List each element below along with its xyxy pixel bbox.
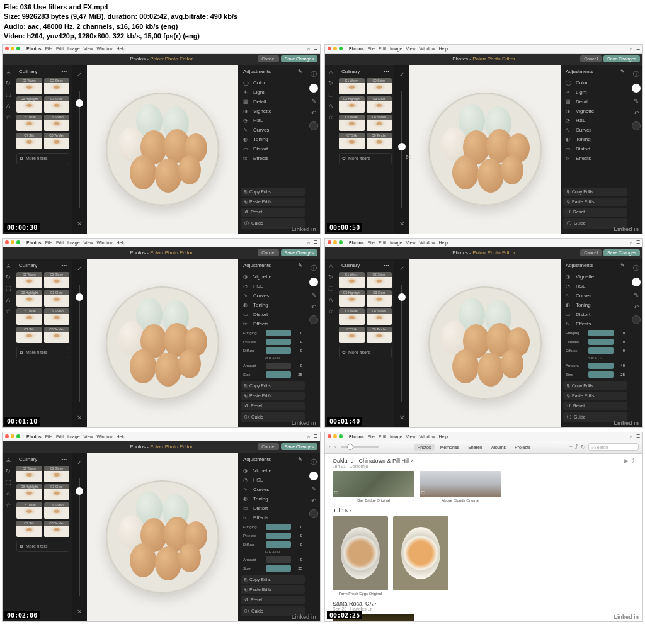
filter-preset[interactable]: C6 Soften — [44, 502, 70, 519]
menu-window[interactable]: Window — [97, 240, 113, 245]
undo-icon[interactable]: ↶ — [634, 303, 639, 310]
more-icon[interactable]: ••• — [62, 263, 67, 268]
intensity-slider[interactable]: ✓ ✕ — [72, 259, 87, 427]
history-icon[interactable]: ↻ — [6, 468, 11, 474]
brush-icon[interactable]: ✎ — [311, 291, 316, 298]
copy-edits-button[interactable]: ⎘Copy Edits — [241, 188, 305, 196]
filter-preset[interactable]: C3 Highlight — [16, 290, 42, 307]
menu-help[interactable]: Help — [439, 47, 448, 51]
fx-slider-diffuse[interactable]: Diffuse0 — [241, 540, 305, 549]
adjustment-detail[interactable]: ▦Detail — [241, 97, 305, 106]
info-icon[interactable]: ⓘ — [633, 264, 639, 273]
filter-category[interactable]: Culinary — [19, 69, 37, 74]
grain-slider-size[interactable]: Size25 — [241, 564, 305, 573]
x-icon[interactable]: ✕ — [399, 220, 404, 227]
white-preview-icon[interactable] — [632, 278, 641, 286]
image-canvas[interactable] — [409, 65, 561, 234]
edit-icon[interactable]: ✎ — [298, 263, 302, 268]
cancel-button[interactable]: Cancel — [258, 443, 279, 450]
filter-preset[interactable]: C8 Tender — [367, 327, 392, 343]
filter-preset[interactable]: C8 Tender — [44, 327, 70, 343]
undo-icon[interactable]: ↶ — [311, 497, 316, 504]
filter-preset[interactable]: C7 Silk — [16, 521, 42, 537]
menu-window[interactable]: Window — [97, 434, 113, 439]
more-filters-button[interactable]: ✿More filters — [339, 347, 392, 358]
slider-handle[interactable] — [76, 99, 83, 107]
menu-help[interactable]: Help — [117, 240, 125, 245]
brush-icon[interactable]: ✎ — [634, 98, 639, 105]
app-menu[interactable]: Photos — [349, 240, 364, 245]
menu-help[interactable]: Help — [439, 434, 448, 439]
menu-view[interactable]: View — [406, 240, 416, 245]
menu-file[interactable]: File — [45, 434, 52, 439]
menu-window[interactable]: Window — [97, 47, 113, 51]
grain-slider-amount[interactable]: Amount0 — [241, 555, 305, 564]
undo-icon[interactable]: ↶ — [311, 110, 316, 116]
paste-edits-button[interactable]: ⎗Paste Edits — [241, 392, 305, 400]
menu-file[interactable]: File — [368, 47, 375, 51]
filter-preset[interactable]: C6 Soften — [44, 115, 70, 131]
adjustment-vignette[interactable]: ◑Vignette — [241, 106, 305, 116]
menu-image[interactable]: Image — [390, 47, 402, 51]
traffic-lights[interactable] — [328, 434, 343, 438]
fx-slider-pixelate[interactable]: Pixelate0 — [563, 337, 627, 346]
cancel-button[interactable]: Cancel — [258, 249, 279, 256]
back-icon[interactable]: ‹ — [329, 444, 331, 450]
share-icon[interactable]: ⤴ — [632, 458, 635, 464]
dark-preview-icon[interactable] — [632, 315, 641, 324]
adjustment-effects[interactable]: fxEffects — [241, 154, 305, 163]
check-icon[interactable]: ✓ — [77, 71, 82, 78]
more-icon[interactable]: ••• — [384, 263, 389, 268]
filter-preset[interactable]: C1 Warm — [16, 78, 42, 94]
photo-item[interactable]: ♡Above Clouds Original — [420, 471, 501, 502]
white-preview-icon[interactable] — [632, 84, 641, 93]
dark-preview-icon[interactable] — [309, 121, 318, 130]
reset-button[interactable]: ↺Reset — [563, 208, 627, 217]
cancel-button[interactable]: Cancel — [580, 249, 602, 256]
adjustment-hsl[interactable]: ◔HSL — [563, 116, 627, 125]
dark-preview-icon[interactable] — [309, 315, 318, 324]
reset-button[interactable]: ↺Reset — [241, 402, 305, 410]
menu-window[interactable]: Window — [420, 240, 435, 245]
filter-category[interactable]: Culinary — [19, 456, 37, 462]
reset-button[interactable]: ↺Reset — [241, 208, 305, 217]
filter-preset[interactable]: C5 Detail — [16, 502, 42, 519]
save-button[interactable]: Save Changes — [603, 249, 640, 256]
adjustment-light[interactable]: ☀Light — [241, 88, 305, 97]
menu-edit[interactable]: Edit — [379, 240, 386, 245]
traffic-lights[interactable] — [5, 434, 20, 438]
section-title[interactable]: Oakland - Chinatown & Pill Hill › — [333, 458, 413, 464]
text-icon[interactable]: A — [329, 103, 333, 109]
adjustment-vignette[interactable]: ◑Vignette — [241, 466, 305, 475]
menu-edit[interactable]: Edit — [56, 240, 64, 245]
cancel-button[interactable]: Cancel — [580, 55, 602, 62]
filter-preset[interactable]: C8 Tender — [44, 521, 70, 537]
grain-slider-amount[interactable]: Amount0 — [241, 361, 305, 370]
adjustment-curves[interactable]: ∿Curves — [241, 125, 305, 135]
adjustment-color[interactable]: ◯Color — [241, 78, 305, 88]
intensity-slider[interactable]: ✓ ✕ — [394, 259, 409, 427]
text-icon[interactable]: A — [329, 297, 333, 303]
tab-projects[interactable]: Projects — [511, 444, 534, 451]
filter-preset[interactable]: C5 Detail — [339, 115, 365, 131]
adjustment-curves[interactable]: ∿Curves — [563, 125, 627, 135]
filter-preset[interactable]: C1 Warm — [339, 272, 365, 288]
adjustment-hsl[interactable]: ◔HSL — [241, 281, 305, 291]
app-menu[interactable]: Photos — [349, 47, 364, 51]
more-icon[interactable]: ••• — [62, 69, 67, 74]
filter-preset[interactable]: C7 Silk — [16, 133, 42, 149]
info-icon[interactable]: ⓘ — [311, 70, 317, 79]
history-icon[interactable]: ↻ — [328, 274, 333, 280]
app-menu[interactable]: Photos — [26, 240, 42, 245]
filter-preset[interactable]: C8 Tender — [44, 133, 70, 149]
forward-icon[interactable]: › — [334, 444, 336, 450]
copy-edits-button[interactable]: ⎘Copy Edits — [563, 188, 627, 196]
crop-icon[interactable]: ⬚ — [6, 479, 11, 485]
paste-edits-button[interactable]: ⎗Paste Edits — [563, 198, 627, 206]
grain-slider-size[interactable]: Size25 — [563, 370, 627, 379]
more-filters-button[interactable]: ✿More filters — [16, 347, 69, 358]
filter-preset[interactable]: C3 Clear — [367, 290, 392, 307]
filter-preset[interactable]: C3 Highlight — [16, 484, 42, 500]
save-button[interactable]: Save Changes — [281, 55, 317, 62]
adjustment-hsl[interactable]: ◔HSL — [241, 475, 305, 485]
